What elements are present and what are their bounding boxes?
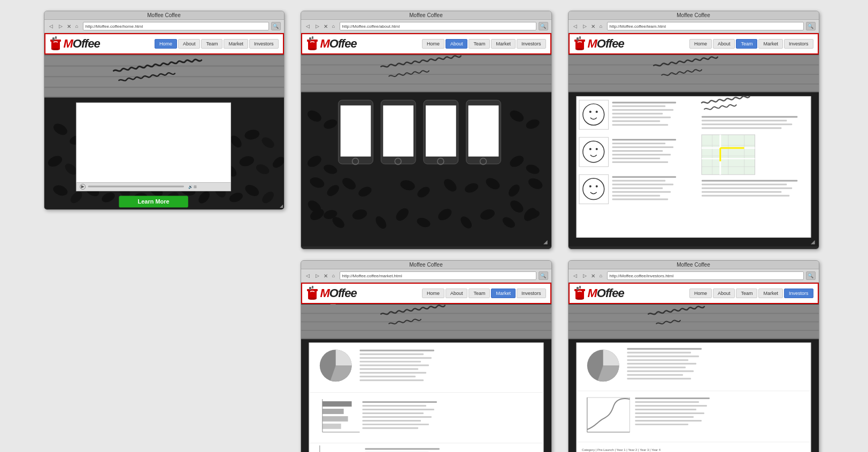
about-logo: MOffee <box>306 36 357 51</box>
team-home-btn[interactable]: ⌂ <box>597 22 605 30</box>
about-search-btn[interactable]: 🔍 <box>539 22 548 30</box>
svg-rect-185 <box>701 184 786 185</box>
about-nav-investors[interactable]: Investors <box>517 39 546 49</box>
team-forward-btn[interactable]: ▷ <box>581 22 589 30</box>
market-forward-btn[interactable]: ▷ <box>314 272 321 279</box>
team-close-btn[interactable]: ✕ <box>591 24 595 29</box>
svg-rect-127 <box>579 36 581 39</box>
team-nav-team[interactable]: Team <box>736 39 757 49</box>
svg-rect-282 <box>635 401 698 403</box>
close-btn[interactable]: ✕ <box>67 24 71 29</box>
svg-rect-4 <box>55 36 57 39</box>
svg-rect-204 <box>359 353 423 355</box>
about-back-btn[interactable]: ◁ <box>304 22 312 30</box>
about-nav-team[interactable]: Team <box>468 39 490 49</box>
investors-nav-home[interactable]: Home <box>689 289 712 298</box>
about-nav-about[interactable]: About <box>445 39 468 49</box>
team-content: MOffee Home About Team Market Investors <box>569 33 819 249</box>
svg-rect-203 <box>359 349 434 351</box>
home-url-bar[interactable]: http://Moffee.coffee/home.html <box>83 22 269 30</box>
investors-close-btn[interactable]: ✕ <box>591 273 595 279</box>
home-btn[interactable]: ⌂ <box>73 22 81 30</box>
svg-rect-188 <box>701 195 789 197</box>
team-search-btn[interactable]: 🔍 <box>806 22 816 30</box>
svg-rect-184 <box>701 180 797 182</box>
svg-rect-133 <box>569 91 819 91</box>
investors-url-bar[interactable]: http://Moffee.coffee/investors.html <box>607 271 804 280</box>
nav-about[interactable]: About <box>178 39 201 49</box>
investors-toolbar: ◁ ▷ ✕ ⌂ http://Moffee.coffee/investors.h… <box>569 269 819 283</box>
market-home-btn[interactable]: ⌂ <box>330 272 337 279</box>
about-close-btn[interactable]: ✕ <box>324 24 328 29</box>
svg-rect-142 <box>612 113 663 114</box>
investors-back-btn[interactable]: ◁ <box>572 272 579 279</box>
svg-point-66 <box>308 48 317 50</box>
market-back-btn[interactable]: ◁ <box>304 272 312 279</box>
svg-rect-262 <box>569 313 819 314</box>
investors-forward-btn[interactable]: ▷ <box>581 272 589 279</box>
team-nav-home[interactable]: Home <box>689 39 712 49</box>
market-url-bar[interactable]: http://Moffee.coffee/market.html <box>340 271 536 280</box>
about-titlebar: Moffee Coffee <box>301 11 551 20</box>
market-nav-home[interactable]: Home <box>422 289 444 298</box>
nav-market[interactable]: Market <box>224 39 248 49</box>
svg-rect-226 <box>362 427 418 429</box>
svg-rect-130 <box>569 65 819 65</box>
svg-rect-187 <box>701 191 781 193</box>
back-btn[interactable]: ◁ <box>48 22 55 30</box>
svg-rect-151 <box>612 143 665 144</box>
investors-site-header: MOffee Home About Team Market Investors <box>569 283 819 304</box>
svg-rect-207 <box>359 364 428 366</box>
about-forward-btn[interactable]: ▷ <box>314 22 321 30</box>
svg-rect-211 <box>359 379 423 381</box>
svg-rect-10 <box>44 87 284 88</box>
svg-rect-11 <box>44 96 284 97</box>
nav-home[interactable]: Home <box>155 39 177 49</box>
home-resize-icon: ◢ <box>280 204 283 208</box>
investors-search-btn[interactable]: 🔍 <box>806 271 816 280</box>
team-back-btn[interactable]: ◁ <box>572 22 579 30</box>
svg-rect-227 <box>309 443 543 443</box>
svg-rect-213 <box>322 401 351 407</box>
market-nav-team[interactable]: Team <box>468 289 490 298</box>
svg-rect-186 <box>701 188 792 189</box>
market-nav-market[interactable]: Market <box>491 289 516 298</box>
about-url-bar[interactable]: http://Moffee.coffee/about.html <box>340 22 536 30</box>
svg-rect-284 <box>635 409 696 410</box>
svg-rect-259 <box>579 286 581 289</box>
svg-rect-139 <box>612 102 675 103</box>
forward-btn[interactable]: ▷ <box>57 22 65 30</box>
investors-nav-team[interactable]: Team <box>736 289 757 298</box>
investors-nav-investors[interactable]: Investors <box>784 289 813 298</box>
market-nav-about[interactable]: About <box>445 289 468 298</box>
team-title-text: Moffee Coffee <box>677 12 710 18</box>
about-nav-home[interactable]: Home <box>422 39 444 49</box>
home-search-btn[interactable]: 🔍 <box>271 22 281 30</box>
svg-rect-131 <box>569 74 819 75</box>
team-nav-about[interactable]: About <box>713 39 735 49</box>
svg-rect-220 <box>362 405 426 407</box>
svg-point-138 <box>595 111 597 113</box>
market-close-btn[interactable]: ✕ <box>324 273 328 279</box>
svg-rect-289 <box>576 442 810 442</box>
investors-nav-market[interactable]: Market <box>758 289 783 298</box>
team-logo-text: MOffee <box>588 37 624 51</box>
investors-logo-text: MOffee <box>588 286 624 300</box>
svg-rect-258 <box>577 287 579 290</box>
nav-team[interactable]: Team <box>201 39 222 49</box>
svg-rect-132 <box>569 84 819 84</box>
about-nav-market[interactable]: Market <box>491 39 516 49</box>
about-home-btn[interactable]: ⌂ <box>330 22 337 30</box>
market-nav-investors[interactable]: Investors <box>517 289 546 298</box>
market-search-btn[interactable]: 🔍 <box>539 271 548 280</box>
investors-home-btn[interactable]: ⌂ <box>597 272 605 279</box>
team-titlebar: Moffee Coffee <box>569 11 819 20</box>
team-nav-market[interactable]: Market <box>758 39 783 49</box>
investors-nav-about[interactable]: About <box>713 289 735 298</box>
logo-rest: Offee <box>73 37 100 50</box>
home-browser-window: Moffee Coffee ◁ ▷ ✕ ⌂ http://Moffee.coff… <box>44 11 285 210</box>
team-nav-investors[interactable]: Investors <box>784 39 813 49</box>
nav-investors[interactable]: Investors <box>249 39 279 49</box>
svg-rect-8 <box>44 66 284 67</box>
team-url-bar[interactable]: http://Moffee.coffee/team.html <box>607 22 804 30</box>
